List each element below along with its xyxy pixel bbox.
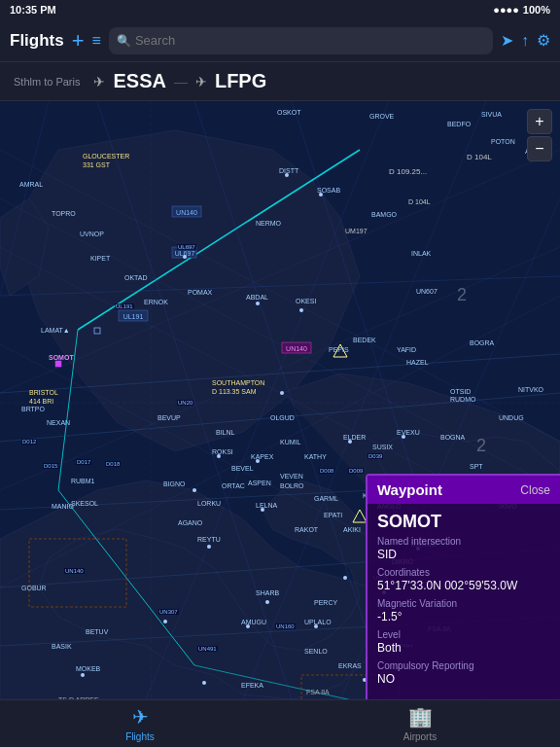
svg-point-56 [81, 673, 85, 677]
svg-text:UN140: UN140 [176, 209, 197, 216]
svg-text:2: 2 [457, 285, 467, 304]
waypoint-coords-value: 51°17'33.0N 002°59'53.0W [377, 579, 550, 592]
svg-point-39 [183, 255, 187, 259]
svg-text:UN140: UN140 [286, 345, 307, 352]
tab-airports[interactable]: 🏢 Airports [280, 700, 560, 747]
waypoint-level-value: Both [377, 641, 550, 655]
svg-point-38 [319, 193, 323, 196]
waypoint-sid-value: SID [377, 548, 550, 561]
label-um197: UM197 [345, 228, 368, 234]
svg-point-44 [348, 440, 352, 444]
route-label: Sthlm to Paris [14, 76, 80, 88]
waypoint-level-label: Level [377, 629, 550, 640]
search-icon: 🔍 [117, 34, 131, 48]
label-d104l: D 104L [408, 198, 431, 205]
svg-point-37 [285, 173, 289, 177]
svg-text:2: 2 [476, 436, 486, 455]
svg-point-55 [314, 624, 318, 628]
nav-right-icons: ➤ ↑ ⚙ [501, 31, 550, 50]
svg-point-57 [163, 620, 167, 623]
plane-icon-origin: ✈ [93, 74, 105, 89]
svg-point-58 [202, 681, 206, 685]
search-bar[interactable]: 🔍 [109, 27, 493, 54]
svg-point-52 [343, 576, 347, 580]
airports-tab-label: Airports [403, 731, 437, 742]
map-area[interactable]: UN140 UL697 UL191 UN140 [0, 101, 560, 699]
waypoint-type-label: Named intersection [377, 536, 550, 547]
signal-icon: ●●●● [493, 4, 519, 16]
search-input[interactable] [135, 33, 485, 48]
svg-point-54 [246, 624, 250, 628]
svg-text:D 109.25...: D 109.25... [389, 167, 427, 176]
waypoint-compulsory-value: NO [377, 672, 550, 686]
svg-point-50 [265, 600, 269, 604]
nav-title: Flights [10, 31, 64, 51]
svg-text:D 104L: D 104L [467, 153, 492, 161]
svg-point-42 [192, 488, 196, 492]
route-bar: Sthlm to Paris ✈ ESSA — ✈ LFPG [0, 62, 560, 101]
waypoint-coords-label: Coordinates [377, 567, 550, 578]
waypoint-magvar-label: Magnetic Variation [377, 598, 550, 609]
svg-point-48 [256, 459, 260, 463]
map-controls: + − [527, 109, 552, 161]
waypoint-body: SOMOT Named intersection SID Coordinates… [368, 504, 560, 699]
menu-button[interactable]: ≡ [92, 32, 101, 50]
origin-airport[interactable]: ESSA [113, 70, 165, 92]
upload-icon[interactable]: ↑ [521, 32, 529, 50]
waypoint-magvar-value: -1.5° [377, 610, 550, 623]
svg-point-49 [207, 545, 211, 549]
svg-point-43 [261, 508, 264, 512]
status-bar: 10:35 PM ●●●● 100% [0, 0, 560, 19]
battery-indicator: 100% [523, 4, 550, 16]
waypoint-title: Waypoint [377, 481, 442, 498]
settings-icon[interactable]: ⚙ [537, 31, 550, 50]
waypoint-compulsory-label: Compulsory Reporting [377, 660, 550, 671]
zoom-in-button[interactable]: + [527, 109, 552, 134]
svg-point-41 [299, 308, 303, 312]
svg-rect-36 [55, 361, 61, 367]
tab-flights[interactable]: ✈ Flights [0, 700, 280, 747]
status-time: 10:35 PM [10, 4, 56, 16]
waypoint-panel-header: Waypoint Close [368, 476, 560, 504]
destination-airport[interactable]: LFPG [215, 70, 266, 92]
svg-text:FSA 8A: FSA 8A [306, 689, 330, 695]
zoom-out-button[interactable]: − [527, 136, 552, 161]
flights-tab-icon: ✈ [132, 705, 149, 729]
waypoint-panel: Waypoint Close SOMOT Named intersection … [366, 474, 560, 699]
svg-point-47 [217, 454, 221, 458]
plane-icon-dest: ✈ [195, 74, 207, 89]
svg-point-40 [256, 302, 260, 305]
navigation-icon[interactable]: ➤ [501, 31, 513, 50]
waypoint-name: SOMOT [377, 512, 550, 532]
waypoint-close-button[interactable]: Close [520, 483, 550, 497]
tab-bar: ✈ Flights 🏢 Airports [0, 699, 560, 747]
svg-text:UL191: UL191 [123, 313, 144, 320]
add-button[interactable]: + [72, 28, 85, 53]
status-right: ●●●● 100% [493, 4, 550, 16]
flights-tab-label: Flights [125, 731, 154, 742]
svg-point-46 [280, 391, 284, 395]
route-separator: — [174, 74, 188, 89]
nav-bar: Flights + ≡ 🔍 ➤ ↑ ⚙ [0, 19, 560, 62]
airports-tab-icon: 🏢 [408, 705, 433, 729]
svg-point-45 [402, 435, 405, 439]
